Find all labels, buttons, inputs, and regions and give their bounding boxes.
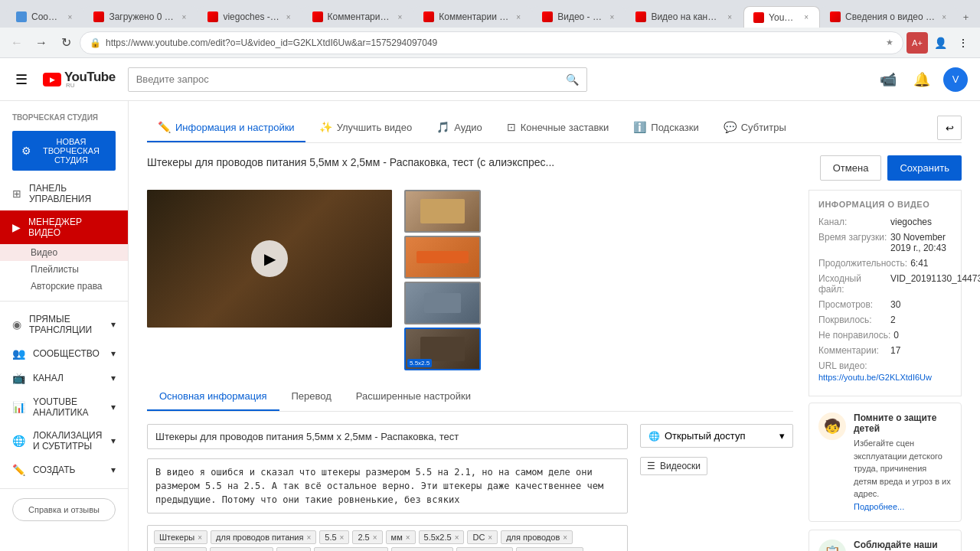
tab-basic-info[interactable]: Основная информация: [147, 383, 279, 411]
new-studio-button[interactable]: ⚙ НОВАЯ ТВОРЧЕСКАЯ СТУДИЯ: [12, 131, 116, 171]
community-text-rules: Соблюдайте наши правила Не нарушайте при…: [854, 540, 952, 552]
tab-close-channel-video[interactable]: ×: [726, 11, 733, 23]
sidebar-item-dashboard[interactable]: ⊞ ПАНЕЛЬ УПРАВЛЕНИЯ: [0, 177, 128, 210]
tab-close-upload[interactable]: ×: [181, 11, 188, 23]
video-title-header: Штекеры для проводов питания 5,5мм x 2,5…: [147, 156, 554, 168]
tab-studio[interactable]: Сведения о видео - YouTube Studio ×: [820, 6, 958, 28]
user-avatar[interactable]: V: [943, 67, 968, 92]
tag-remove-button[interactable]: ×: [373, 533, 377, 542]
gear-icon: ⚙: [21, 145, 31, 157]
thumbnail-1[interactable]: [404, 190, 481, 233]
sidebar-sub-video[interactable]: Видео: [0, 244, 128, 261]
notifications-icon[interactable]: 🔔: [910, 67, 934, 92]
tag-label: 5.5x2.5: [424, 533, 452, 542]
tab-close-channel[interactable]: ×: [285, 11, 292, 23]
form-left: В видео я ошибся и сказал что штекеры ра…: [147, 424, 628, 551]
rules-icon: 📋: [818, 540, 846, 552]
info-row-upload: Время загрузки: 30 November 2019 г., 20:…: [818, 232, 952, 253]
new-tab-button[interactable]: +: [958, 6, 974, 28]
video-camera-icon[interactable]: 📹: [876, 67, 900, 92]
tab-youtube-active[interactable]: YouTube ×: [743, 6, 820, 28]
tab-translation[interactable]: Перевод: [279, 383, 344, 411]
feedback-button[interactable]: Справка и отзывы: [12, 498, 116, 521]
dashboard-icon: ⊞: [12, 187, 21, 200]
tab-cards[interactable]: ℹ️ Подсказки: [622, 113, 709, 142]
sidebar-item-analytics[interactable]: 📊 YOUTUBE АНАЛИТИКА ▾: [0, 390, 128, 424]
hamburger-menu[interactable]: ☰: [12, 68, 31, 91]
yt-logo[interactable]: YouTube RU: [43, 70, 116, 89]
tab-comments2[interactable]: Комментарии - YouTub... ×: [413, 6, 532, 28]
back-button[interactable]: ←: [6, 32, 28, 54]
tag-remove-button[interactable]: ×: [198, 533, 202, 542]
url-value[interactable]: https://youtu.be/G2KLXtdI6Uw: [818, 373, 952, 382]
play-button[interactable]: ▶: [251, 240, 288, 277]
tab-comments1[interactable]: Комментарии на кан... ×: [302, 6, 414, 28]
tab-enhance[interactable]: ✨ Улучшить видео: [309, 113, 423, 142]
chevron-down-icon-analytics: ▾: [111, 402, 116, 412]
tab-video[interactable]: Видео - YouTube ×: [532, 6, 626, 28]
extensions-icon[interactable]: A+: [906, 32, 928, 54]
search-button[interactable]: 🔍: [566, 73, 579, 86]
tab-favicon-upload: [93, 11, 104, 22]
menu-icon[interactable]: ⋮: [952, 32, 974, 54]
tag-remove-button[interactable]: ×: [455, 533, 459, 542]
tab-upload[interactable]: Загружено 0 из 1 - Yo... ×: [83, 6, 198, 28]
dislikes-label: Не понравилось:: [818, 330, 890, 341]
sidebar-item-create[interactable]: ✏️ СОЗДАТЬ ▾: [0, 458, 128, 482]
search-input[interactable]: [136, 73, 566, 85]
subtitles-icon: 💬: [724, 121, 737, 133]
cancel-button-top[interactable]: Отмена: [820, 155, 882, 181]
tab-close-video[interactable]: ×: [609, 11, 616, 23]
thumbnail-2[interactable]: [404, 236, 481, 279]
channel-value: viegoches: [890, 217, 932, 227]
tab-close-youtube[interactable]: ×: [802, 11, 810, 23]
sidebar-item-channel[interactable]: 📺 КАНАЛ ▾: [0, 366, 128, 390]
child-protection-icon: 🧒: [818, 412, 846, 440]
sidebar-sub-copyright[interactable]: Авторские права: [0, 278, 128, 295]
tab-end-screens[interactable]: ⊡ Конечные заставки: [496, 113, 620, 142]
sidebar-sub-playlists[interactable]: Плейлисты: [0, 261, 128, 278]
browser-toolbar: ← → ↻ 🔒 https://www.youtube.com/edit?o=U…: [0, 28, 980, 58]
chevron-down-icon-community: ▾: [111, 348, 116, 359]
thumbnail-4[interactable]: 5.5x2.5: [404, 328, 481, 370]
thumb-img-4: 5.5x2.5: [406, 329, 479, 369]
description-textarea[interactable]: В видео я ошибся и сказал что штекеры ра…: [147, 458, 628, 514]
save-button-top[interactable]: Сохранить: [887, 155, 962, 181]
tab-close-comments2[interactable]: ×: [514, 11, 522, 23]
sidebar-item-community[interactable]: 👥 СООБЩЕСТВО ▾: [0, 341, 128, 366]
sidebar-item-translation[interactable]: 🌐 ЛОКАЛИЗАЦИЯ И СУБТИТРЫ ▾: [0, 424, 128, 458]
tab-subtitles[interactable]: 💬 Субтитры: [713, 113, 797, 142]
refresh-button[interactable]: ↻: [55, 32, 77, 54]
tab-close-comments1[interactable]: ×: [396, 11, 403, 23]
visibility-selector[interactable]: 🌐 Открытый доступ ▾: [640, 424, 793, 448]
tag-remove-button[interactable]: ×: [488, 533, 492, 542]
playlist-field: ☰ Видеоски: [640, 457, 793, 475]
tab-close-studio[interactable]: ×: [940, 11, 948, 23]
yt-logo-icon: [43, 73, 61, 86]
title-input[interactable]: [147, 424, 628, 449]
tab-channel[interactable]: viegoches - YouTube ×: [198, 6, 302, 28]
info-row-file: Исходный файл: VID_20191130_144739.mp4: [818, 273, 952, 295]
tab-audio[interactable]: 🎵 Аудио: [426, 113, 493, 142]
playlist-chip[interactable]: ☰ Видеоски: [640, 457, 707, 475]
community-link-children[interactable]: Подробнее...: [854, 502, 904, 511]
tab-info-settings[interactable]: ✏️ Информация и настройки: [147, 113, 305, 142]
url-bar[interactable]: 🔒 https://www.youtube.com/edit?o=U&video…: [80, 31, 903, 54]
tags-container[interactable]: Штекеры×для проводов питания×5.5×2.5×мм×…: [147, 525, 628, 551]
back-to-list-button[interactable]: ↩: [937, 116, 962, 140]
tab-channel-video[interactable]: Видео на канале - You... ×: [626, 6, 743, 28]
tag-remove-button[interactable]: ×: [340, 533, 345, 542]
tag-remove-button[interactable]: ×: [306, 533, 311, 542]
community-card-children: 🧒 Помните о защите детей Избегайте сцен …: [808, 403, 962, 522]
tag-remove-button[interactable]: ×: [406, 533, 410, 542]
tab-close-messages[interactable]: ×: [67, 11, 74, 23]
tab-messages[interactable]: Сообщения ×: [6, 6, 83, 28]
forward-button[interactable]: →: [31, 32, 52, 54]
tag-remove-button[interactable]: ×: [563, 533, 567, 542]
thumbnail-3[interactable]: [404, 282, 481, 324]
profile-icon[interactable]: 👤: [929, 32, 951, 54]
sidebar-item-video-manager[interactable]: ▶ МЕНЕДЖЕР ВИДЕО: [0, 210, 128, 244]
end-screen-icon: ⊡: [507, 121, 516, 133]
tab-advanced-settings[interactable]: Расширенные настройки: [344, 383, 483, 411]
sidebar-item-live[interactable]: ◉ ПРЯМЫЕ ТРАНСЛЯЦИИ ▾: [0, 308, 128, 341]
